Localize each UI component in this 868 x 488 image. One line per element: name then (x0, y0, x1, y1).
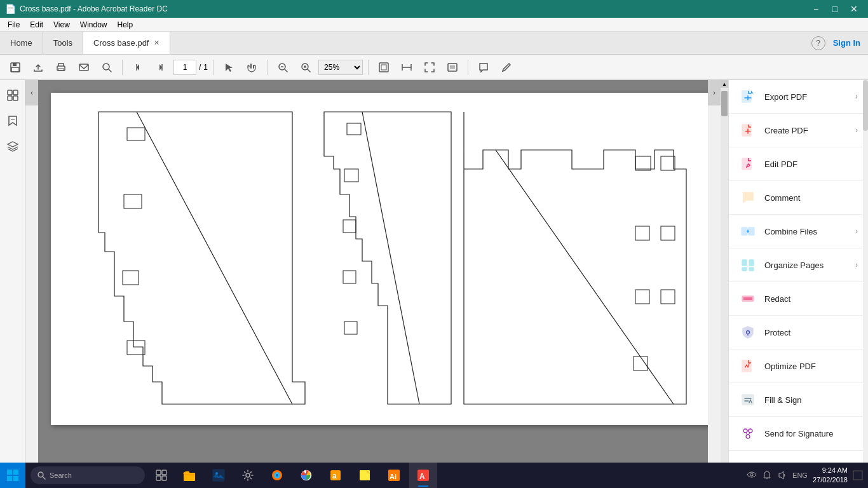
language-indicator: ENG (792, 471, 808, 479)
photos-app[interactable] (205, 463, 233, 488)
fit-page-button[interactable] (374, 57, 394, 78)
zoom-out-button[interactable] (273, 57, 293, 78)
fit-width-button[interactable] (397, 57, 417, 78)
comment-icon-wrap (739, 189, 757, 207)
close-tab-button[interactable]: ✕ (154, 39, 159, 47)
scroll-left-button[interactable]: ‹ (25, 80, 38, 105)
svg-line-83 (43, 477, 45, 479)
tab-bar-right: ? Sign In (804, 32, 868, 54)
menu-view[interactable]: View (48, 19, 75, 30)
tool-export-pdf[interactable]: Export PDF › (729, 80, 868, 114)
start-button[interactable] (0, 463, 25, 488)
svg-rect-85 (162, 470, 166, 475)
layers-button[interactable] (3, 136, 23, 156)
zoom-in-button[interactable] (295, 57, 316, 78)
tool-optimize-pdf[interactable]: Optimize PDF (729, 349, 868, 383)
task-view-button[interactable] (150, 463, 173, 488)
redact-label: Redact (764, 294, 858, 304)
svg-rect-88 (184, 473, 195, 481)
window-controls: − □ ✕ (807, 3, 863, 15)
settings-app[interactable] (234, 463, 262, 488)
file-explorer-app[interactable] (175, 463, 203, 488)
pen-tool-button[interactable] (496, 57, 517, 78)
menu-edit[interactable]: Edit (25, 19, 48, 30)
svg-rect-38 (124, 194, 142, 208)
acrobat-app[interactable]: A (409, 463, 437, 488)
tool-send-signature[interactable]: Send for Signature (729, 417, 868, 451)
system-tray: ENG 9:24 AM 27/02/2018 (742, 466, 868, 485)
minimize-button[interactable]: − (807, 3, 825, 15)
menu-window[interactable]: Window (75, 19, 112, 30)
fullscreen-button[interactable] (419, 57, 440, 78)
help-button[interactable]: ? (811, 36, 825, 50)
print-button[interactable] (51, 57, 71, 78)
taskbar: Search a Ai (0, 463, 868, 488)
scroll-thumb[interactable] (721, 91, 728, 116)
right-panel-scrollbar[interactable] (863, 80, 868, 488)
tool-fill-sign[interactable]: Fill & Sign (729, 383, 868, 417)
svg-line-77 (749, 433, 750, 435)
svg-rect-61 (749, 227, 754, 235)
svg-point-91 (246, 473, 250, 477)
right-panel-scroll-thumb[interactable] (863, 80, 868, 131)
sticky-notes-app[interactable] (351, 463, 379, 488)
active-app-indicator (418, 485, 428, 487)
hand-tool-button[interactable] (241, 57, 262, 78)
taskbar-search[interactable]: Search (31, 466, 145, 484)
reading-mode-button[interactable] (442, 57, 463, 78)
organize-pages-arrow: › (855, 261, 858, 269)
svg-rect-60 (742, 227, 747, 235)
svg-rect-89 (213, 470, 224, 481)
tab-tools[interactable]: Tools (43, 32, 83, 54)
vertical-scrollbar[interactable]: ▲ ▼ (721, 80, 728, 473)
network-icon (747, 470, 757, 480)
search-button[interactable] (97, 57, 117, 78)
tool-comment[interactable]: Comment (729, 181, 868, 215)
page-number-input[interactable]: 1 (173, 60, 196, 75)
firefox-app[interactable] (263, 463, 291, 488)
tab-document[interactable]: Cross base.pdf ✕ (83, 32, 170, 54)
optimize-pdf-icon-wrap (739, 357, 757, 375)
illustrator-app[interactable]: Ai (380, 463, 408, 488)
comment-tool-button[interactable] (473, 57, 494, 78)
svg-rect-33 (13, 96, 18, 100)
sign-in-button[interactable]: Sign In (833, 38, 860, 48)
toolbar-separator-1 (122, 60, 123, 75)
scroll-up-button[interactable]: ▲ (721, 80, 728, 88)
menu-file[interactable]: File (3, 19, 25, 30)
svg-marker-48 (464, 112, 686, 404)
close-button[interactable]: ✕ (845, 3, 863, 15)
bookmarks-button[interactable] (3, 111, 23, 131)
tool-create-pdf[interactable]: Create PDF › (729, 114, 868, 147)
toolbar-separator-3 (267, 60, 268, 75)
scroll-track[interactable] (721, 88, 728, 465)
email-button[interactable] (74, 57, 94, 78)
amazon-app[interactable]: a (322, 463, 349, 488)
tool-edit-pdf[interactable]: Edit PDF (729, 147, 868, 181)
svg-rect-44 (344, 169, 358, 182)
svg-rect-63 (749, 260, 754, 266)
zoom-dropdown[interactable]: 25% 10% 50% 75% 100% 150% 200% (318, 60, 363, 75)
select-tool-button[interactable] (219, 57, 239, 78)
tool-combine-files[interactable]: Combine Files › (729, 215, 868, 248)
chrome-app[interactable] (292, 463, 320, 488)
upload-button[interactable] (28, 57, 48, 78)
maximize-button[interactable]: □ (826, 3, 844, 15)
page-thumbnails-button[interactable] (3, 85, 23, 105)
menu-help[interactable]: Help (112, 19, 139, 30)
tool-protect[interactable]: Protect (729, 316, 868, 349)
tab-home[interactable]: Home (0, 32, 43, 54)
send-signature-label: Send for Signature (764, 429, 858, 438)
tool-organize-pages[interactable]: Organize Pages › (729, 248, 868, 282)
system-clock: 9:24 AM 27/02/2018 (813, 466, 848, 485)
prev-page-button[interactable] (128, 57, 148, 78)
tool-redact[interactable]: Redact (729, 282, 868, 316)
pdf-viewer[interactable] (38, 80, 708, 473)
svg-rect-78 (7, 470, 12, 475)
show-desktop-button[interactable] (853, 470, 863, 480)
svg-rect-43 (347, 123, 361, 135)
save-button[interactable] (5, 57, 25, 78)
scroll-right-button[interactable]: › (708, 80, 721, 105)
next-page-button[interactable] (151, 57, 171, 78)
toolbar-separator-2 (213, 60, 214, 75)
